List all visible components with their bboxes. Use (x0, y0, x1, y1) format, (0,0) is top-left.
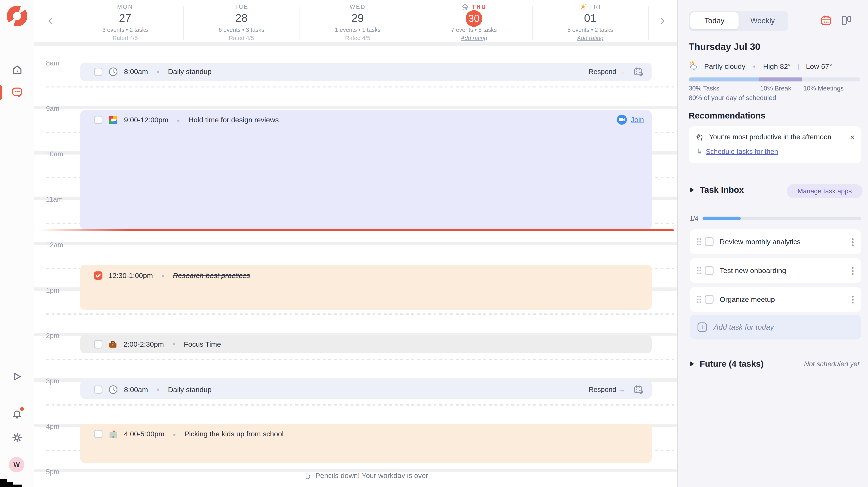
hour-label: 1pm (46, 286, 59, 294)
clock-icon (108, 385, 118, 394)
day-column-mon[interactable]: MON 27 3 events • 2 tasks Rated 4/5 (67, 0, 183, 42)
schedule-breakdown-bar (689, 78, 860, 81)
notifications-bell-icon[interactable] (11, 408, 23, 420)
future-section-header[interactable]: Future (4 tasks) (690, 359, 764, 369)
event-focus-time[interactable]: 2:00-2:30pm Focus Time (80, 335, 652, 353)
half-hour-line (46, 87, 674, 88)
day-summary: 1 events • 1 tasks (300, 27, 416, 33)
add-rating-link[interactable]: Add rating (416, 35, 532, 41)
add-rating-link[interactable]: Add rating (532, 35, 648, 41)
event-checkbox[interactable] (94, 68, 102, 76)
chevron-left-icon[interactable] (46, 17, 55, 25)
chevron-right-icon[interactable] (658, 17, 666, 25)
tab-today[interactable]: Today (690, 12, 739, 29)
day-rating[interactable]: Rated 4/5 (183, 35, 300, 41)
day-summary: 7 events • 5 tasks (416, 27, 532, 33)
dot-separator (177, 120, 180, 122)
calendar-icon[interactable] (820, 14, 832, 27)
sun-weather-icon (579, 3, 587, 11)
task-row-organize-meetup[interactable]: Organize meetup (690, 287, 861, 312)
day-date: 29 (300, 11, 416, 25)
day-name: MON (67, 3, 183, 10)
day-date: 01 (532, 11, 648, 25)
calendar-sync-icon[interactable] (633, 384, 644, 395)
hour-label: 8am (46, 59, 59, 67)
task-label: Review monthly analytics (720, 238, 801, 246)
event-checkbox-checked[interactable] (94, 271, 102, 280)
kebab-menu-icon[interactable] (852, 267, 854, 275)
manage-task-apps-button[interactable]: Manage task apps (787, 184, 863, 199)
day-date-today: 30 (416, 11, 532, 25)
meetings-percent-label: 10% Meetings (803, 85, 844, 92)
hour-label: 3pm (46, 377, 59, 385)
event-title: Focus Time (184, 340, 221, 348)
hour-label: 11am (46, 195, 63, 203)
schedule-summary: 80% of your day of scheduled (689, 94, 776, 102)
task-checkbox[interactable] (705, 237, 714, 246)
weather-row: Partly cloudy High 82° | Low 67° (689, 61, 832, 72)
rain-weather-icon (461, 3, 470, 11)
event-school-pickup[interactable]: 4:00-5:00pm Picking the kids up from sch… (80, 424, 652, 463)
branch-arrow-icon: ↳ (696, 147, 703, 156)
event-research-best-practices[interactable]: 12:30-1:00pm Research best practices (80, 265, 652, 310)
calendar-sync-icon[interactable] (633, 66, 644, 77)
hour-label: 9am (46, 105, 59, 113)
board-layout-icon[interactable] (841, 14, 853, 27)
kebab-menu-icon[interactable] (852, 295, 854, 304)
drag-handle-icon[interactable] (696, 238, 702, 246)
task-row-test-new-onboarding[interactable]: Test new onboarding (690, 258, 861, 283)
hour-separator (34, 106, 677, 109)
join-meeting-button[interactable]: Join (617, 115, 644, 125)
event-time: 8:00am (124, 386, 148, 394)
day-column-wed[interactable]: WED 29 1 events • 1 tasks Rated 4/5 (300, 0, 416, 42)
event-daily-standup-morning[interactable]: 8:00am Daily standup Respond → (80, 63, 652, 81)
day-column-tue[interactable]: TUE 28 6 events • 3 tasks Rated 4/5 (183, 0, 300, 42)
schedule-tasks-link[interactable]: Schedule tasks for then (706, 148, 778, 155)
event-checkbox[interactable] (94, 116, 102, 124)
task-inbox-header[interactable]: Task Inbox (690, 185, 744, 195)
day-column-fri[interactable]: FRI 01 5 events • 2 tasks Add rating (532, 0, 648, 42)
day-column-thu-today[interactable]: THU 30 7 events • 5 tasks Add rating (416, 0, 532, 42)
panel-date-title: Thursday Jul 30 (689, 41, 761, 52)
event-checkbox[interactable] (94, 340, 102, 348)
plus-icon: + (698, 323, 707, 332)
task-checkbox[interactable] (705, 266, 714, 275)
drag-handle-icon[interactable] (696, 295, 702, 304)
add-task-button[interactable]: + Add task for today (690, 315, 861, 340)
close-icon[interactable]: × (850, 133, 855, 141)
settings-gear-icon[interactable] (11, 431, 23, 444)
hour-label: 12am (46, 241, 63, 249)
dot-separator (157, 71, 159, 73)
event-time: 8:00am (124, 67, 148, 76)
day-rating[interactable]: Rated 4/5 (300, 35, 416, 41)
event-checkbox[interactable] (94, 430, 102, 438)
event-hold-time-design-reviews[interactable]: 9:00-12:00pm Hold time for design review… (80, 110, 652, 230)
event-time: 4:00-5:00pm (124, 430, 164, 438)
inbox-progress-label: 1/4 (690, 215, 698, 222)
tab-weekly[interactable]: Weekly (739, 12, 787, 29)
event-checkbox[interactable] (94, 386, 102, 394)
task-row-review-monthly-analytics[interactable]: Review monthly analytics (690, 230, 861, 254)
app-logo-icon[interactable] (6, 5, 28, 27)
user-avatar[interactable]: W (9, 457, 24, 473)
tasks-percent-label: 30% Tasks (689, 85, 719, 92)
event-title: Daily standup (168, 386, 212, 394)
collapse-triangle-icon (690, 362, 694, 366)
future-title: Future (4 tasks) (700, 359, 764, 369)
planner-icon[interactable] (11, 86, 23, 98)
kebab-menu-icon[interactable] (852, 238, 854, 246)
home-icon[interactable] (11, 64, 23, 76)
hour-label: 4pm (46, 423, 59, 430)
half-hour-line (46, 404, 674, 405)
drag-handle-icon[interactable] (696, 267, 702, 275)
task-checkbox[interactable] (705, 295, 714, 304)
respond-button[interactable]: Respond → (589, 386, 625, 394)
day-rating[interactable]: Rated 4/5 (67, 35, 183, 41)
event-daily-standup-afternoon[interactable]: 8:00am Daily standup Respond → (80, 381, 652, 399)
collapse-triangle-icon (690, 188, 694, 192)
hour-label: 5pm (46, 468, 59, 476)
respond-button[interactable]: Respond → (589, 68, 625, 76)
day-summary: 5 events • 2 tasks (532, 27, 648, 33)
play-icon[interactable] (11, 370, 23, 383)
pipe-separator: | (797, 62, 799, 71)
